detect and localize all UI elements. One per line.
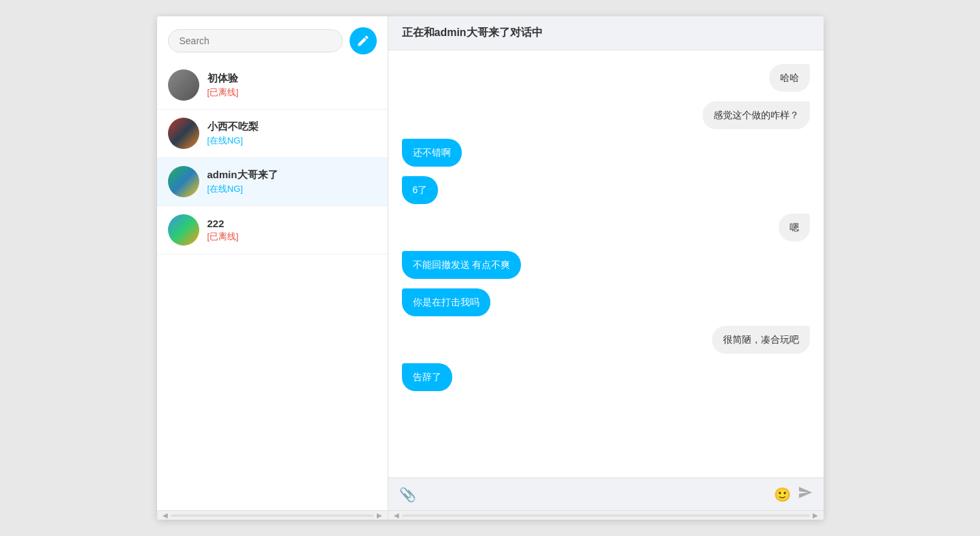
chat-scroll-right-arrow[interactable]: ▶ — [813, 512, 818, 519]
message-bubble: 你是在打击我吗 — [402, 288, 490, 316]
avatar — [168, 118, 199, 149]
scroll-left-arrow[interactable]: ◀ — [163, 512, 168, 519]
contact-name: admin大哥来了 — [207, 169, 377, 182]
contact-name: 小西不吃梨 — [207, 120, 377, 133]
search-wrap — [168, 29, 343, 52]
chat-scroll-track — [402, 514, 810, 517]
message-bubble: 很简陋，凑合玩吧 — [712, 326, 810, 354]
message-row: 嗯 — [402, 214, 810, 241]
chat-area: 正在和admin大哥来了对话中 哈哈感觉这个做的咋样？还不错啊6了嗯不能回撤发送… — [388, 16, 824, 520]
contact-status: [已离线] — [207, 231, 377, 243]
message-bubble: 哈哈 — [769, 64, 810, 92]
attach-icon[interactable]: 📎 — [399, 486, 416, 503]
contact-item[interactable]: 222[已离线] — [157, 206, 388, 254]
chat-text-input[interactable] — [423, 489, 767, 500]
message-bubble: 还不错啊 — [402, 139, 462, 167]
chat-header: 正在和admin大哥来了对话中 — [388, 16, 824, 50]
message-row: 不能回撤发送 有点不爽 — [402, 251, 810, 279]
contact-status: [已离线] — [207, 86, 377, 99]
search-input[interactable] — [168, 29, 343, 52]
contact-item[interactable]: admin大哥来了[在线NG] — [157, 158, 388, 206]
message-row: 哈哈 — [402, 64, 810, 92]
message-bubble: 不能回撤发送 有点不爽 — [402, 251, 522, 279]
message-row: 还不错啊 — [402, 139, 810, 167]
message-row: 6了 — [402, 176, 810, 204]
message-bubble: 感觉这个做的咋样？ — [703, 101, 810, 129]
scroll-right-arrow[interactable]: ▶ — [377, 512, 382, 519]
chat-header-title: 正在和admin大哥来了对话中 — [402, 27, 543, 38]
message-row: 告辞了 — [402, 363, 810, 391]
avatar — [168, 69, 199, 101]
app-container: 初体验[已离线]小西不吃梨[在线NG]admin大哥来了[在线NG]222[已离… — [157, 16, 824, 520]
chat-bottom-scrollbar: ◀ ▶ — [388, 510, 824, 520]
message-row: 你是在打击我吗 — [402, 288, 810, 316]
contact-name: 222 — [207, 218, 377, 229]
scroll-track — [171, 514, 374, 517]
contact-status: [在线NG] — [207, 135, 377, 147]
contact-name: 初体验 — [207, 72, 377, 85]
message-bubble: 告辞了 — [402, 363, 452, 391]
contact-item[interactable]: 初体验[已离线] — [157, 61, 388, 110]
send-button[interactable] — [798, 485, 813, 503]
contact-info: admin大哥来了[在线NG] — [207, 169, 377, 195]
contact-status: [在线NG] — [207, 183, 377, 195]
contact-list: 初体验[已离线]小西不吃梨[在线NG]admin大哥来了[在线NG]222[已离… — [157, 61, 388, 510]
message-row: 感觉这个做的咋样？ — [402, 101, 810, 129]
message-bubble: 嗯 — [779, 214, 810, 241]
emoji-icon[interactable]: 🙂 — [774, 486, 791, 503]
avatar — [168, 214, 199, 246]
avatar — [168, 166, 199, 197]
new-chat-button[interactable] — [350, 27, 377, 54]
chat-messages: 哈哈感觉这个做的咋样？还不错啊6了嗯不能回撤发送 有点不爽你是在打击我吗很简陋，… — [388, 50, 824, 478]
chat-scroll-left-arrow[interactable]: ◀ — [394, 512, 399, 519]
compose-icon — [356, 34, 370, 48]
contact-info: 222[已离线] — [207, 218, 377, 243]
contact-item[interactable]: 小西不吃梨[在线NG] — [157, 110, 388, 158]
contact-info: 小西不吃梨[在线NG] — [207, 120, 377, 147]
sidebar: 初体验[已离线]小西不吃梨[在线NG]admin大哥来了[在线NG]222[已离… — [157, 16, 388, 520]
chat-input-area: 📎 🙂 — [388, 478, 824, 510]
contact-info: 初体验[已离线] — [207, 72, 377, 99]
message-bubble: 6了 — [402, 176, 439, 204]
message-row: 很简陋，凑合玩吧 — [402, 326, 810, 354]
sidebar-bottom-scrollbar: ◀ ▶ — [157, 510, 388, 520]
sidebar-header — [157, 16, 388, 61]
